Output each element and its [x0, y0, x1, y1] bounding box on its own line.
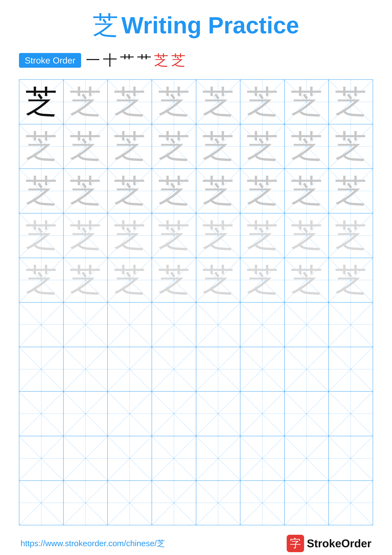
grid-cell[interactable]: 芝 [329, 169, 373, 213]
grid-cell[interactable] [64, 392, 108, 436]
grid-cell[interactable] [196, 392, 241, 436]
grid-cell[interactable] [64, 302, 108, 347]
char-guide: 芝 [114, 170, 145, 212]
grid-cell[interactable] [19, 481, 64, 525]
grid-cell[interactable]: 芝 [285, 80, 329, 124]
grid-cell[interactable] [152, 392, 196, 436]
grid-cell[interactable]: 芝 [108, 258, 152, 302]
grid-cell[interactable]: 芝 [329, 124, 373, 169]
char-guide: 芝 [158, 214, 190, 257]
grid-cell[interactable]: 芝 [19, 258, 64, 302]
char-guide: 芝 [70, 214, 101, 257]
grid-row-3: 芝 芝 芝 芝 芝 芝 芝 [19, 169, 373, 213]
grid-cell[interactable]: 芝 [64, 124, 108, 169]
grid-cell[interactable] [329, 347, 373, 391]
practice-grid: 芝 芝 芝 芝 芝 芝 芝 [19, 80, 373, 525]
grid-row-2: 芝 芝 芝 芝 芝 芝 芝 [19, 124, 373, 169]
grid-cell[interactable] [196, 436, 241, 481]
grid-cell[interactable] [152, 302, 196, 347]
grid-cell[interactable]: 芝 [240, 258, 285, 302]
grid-row-5: 芝 芝 芝 芝 芝 芝 芝 [19, 258, 373, 303]
grid-row-4: 芝 芝 芝 芝 芝 芝 芝 [19, 213, 373, 258]
grid-cell[interactable]: 芝 [196, 258, 241, 302]
grid-cell[interactable]: 芝 [19, 80, 64, 124]
grid-cell[interactable] [240, 481, 285, 525]
grid-cell[interactable]: 芝 [285, 213, 329, 258]
grid-cell[interactable]: 芝 [240, 124, 285, 169]
grid-cell[interactable]: 芝 [196, 213, 241, 258]
grid-cell[interactable] [19, 436, 64, 481]
grid-cell[interactable] [108, 392, 152, 436]
grid-cell[interactable] [19, 302, 64, 347]
grid-cell[interactable] [108, 347, 152, 391]
grid-cell[interactable]: 芝 [64, 258, 108, 302]
char-guide: 芝 [158, 259, 190, 301]
grid-cell[interactable] [108, 481, 152, 525]
grid-cell[interactable] [285, 302, 329, 347]
grid-cell[interactable]: 芝 [196, 124, 241, 169]
grid-cell[interactable] [240, 347, 285, 391]
grid-cell[interactable] [240, 302, 285, 347]
grid-cell[interactable]: 芝 [108, 80, 152, 124]
grid-cell[interactable] [108, 436, 152, 481]
grid-cell[interactable] [152, 347, 196, 391]
grid-cell[interactable]: 芝 [329, 213, 373, 258]
grid-cell[interactable]: 芝 [196, 80, 241, 124]
grid-cell[interactable] [196, 481, 241, 525]
grid-cell[interactable]: 芝 [285, 169, 329, 213]
brand-icon: 字 [287, 535, 304, 552]
grid-cell[interactable] [196, 347, 241, 391]
grid-cell[interactable] [285, 392, 329, 436]
grid-cell[interactable]: 芝 [108, 213, 152, 258]
grid-cell[interactable]: 芝 [108, 169, 152, 213]
grid-cell[interactable] [64, 481, 108, 525]
grid-cell[interactable] [285, 481, 329, 525]
grid-cell[interactable]: 芝 [152, 258, 196, 302]
grid-cell[interactable]: 芝 [240, 169, 285, 213]
grid-cell[interactable]: 芝 [285, 124, 329, 169]
grid-cell[interactable] [285, 436, 329, 481]
char-guide: 芝 [335, 170, 367, 212]
grid-cell[interactable]: 芝 [19, 169, 64, 213]
grid-cell[interactable]: 芝 [64, 213, 108, 258]
grid-cell[interactable] [64, 347, 108, 391]
grid-cell[interactable]: 芝 [19, 124, 64, 169]
grid-cell[interactable]: 芝 [152, 80, 196, 124]
grid-cell[interactable] [152, 481, 196, 525]
grid-cell[interactable]: 芝 [240, 80, 285, 124]
grid-cell[interactable] [19, 347, 64, 391]
char-guide: 芝 [202, 259, 234, 301]
grid-cell[interactable]: 芝 [64, 80, 108, 124]
grid-cell[interactable] [329, 302, 373, 347]
grid-cell[interactable]: 芝 [152, 124, 196, 169]
grid-cell[interactable] [152, 436, 196, 481]
grid-cell[interactable]: 芝 [64, 169, 108, 213]
char-guide: 芝 [25, 170, 57, 212]
grid-cell[interactable]: 芝 [329, 80, 373, 124]
stroke-order-row: Stroke Order 一 十 艹 艹 芝 芝 [19, 51, 373, 70]
stroke-sequence: 一 十 艹 艹 芝 芝 [86, 51, 185, 70]
char-guide: 芝 [291, 259, 322, 301]
grid-cell[interactable] [240, 392, 285, 436]
grid-cell[interactable]: 芝 [152, 213, 196, 258]
grid-cell[interactable] [329, 481, 373, 525]
char-guide: 芝 [25, 259, 57, 301]
grid-cell[interactable] [329, 436, 373, 481]
grid-cell[interactable] [64, 436, 108, 481]
footer: https://www.strokeorder.com/chinese/芝 字 … [19, 535, 373, 552]
grid-row-10 [19, 481, 373, 525]
grid-cell[interactable] [240, 436, 285, 481]
grid-cell[interactable] [285, 347, 329, 391]
grid-cell[interactable]: 芝 [329, 258, 373, 302]
grid-cell[interactable]: 芝 [285, 258, 329, 302]
grid-cell[interactable]: 芝 [240, 213, 285, 258]
grid-cell[interactable]: 芝 [108, 124, 152, 169]
grid-cell[interactable] [108, 302, 152, 347]
grid-cell[interactable]: 芝 [196, 169, 241, 213]
grid-cell[interactable] [329, 392, 373, 436]
grid-cell[interactable]: 芝 [152, 169, 196, 213]
grid-cell[interactable] [19, 392, 64, 436]
grid-cell[interactable]: 芝 [19, 213, 64, 258]
grid-cell[interactable] [196, 302, 241, 347]
char-guide: 芝 [158, 170, 190, 212]
